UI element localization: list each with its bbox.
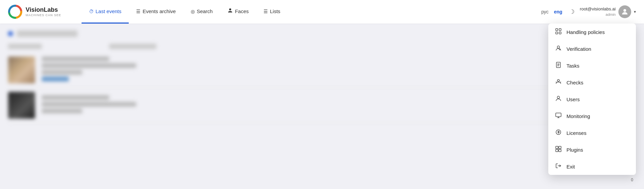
status-dot (8, 31, 13, 36)
dropdown-item-exit[interactable]: Exit (548, 158, 636, 175)
user-role-text: admin (580, 12, 616, 17)
table-row (8, 52, 636, 88)
licenses-icon (555, 129, 562, 137)
svg-rect-22 (559, 149, 561, 152)
dropdown-item-plugins[interactable]: Plugins (548, 141, 636, 158)
user-email-text: root@visionlabs.ai (580, 6, 616, 12)
logo-name: VisionLabs (26, 7, 61, 13)
svg-rect-3 (559, 29, 561, 31)
chevron-down-icon[interactable]: ▾ (634, 9, 636, 14)
logo-tagline: MACHINES CAN SEE (26, 13, 61, 17)
counter-badge: 0 (631, 178, 633, 182)
face-image (8, 92, 35, 119)
event-details (42, 95, 569, 115)
content-title (17, 30, 78, 37)
dropdown-item-verification[interactable]: Verification (548, 40, 636, 57)
dropdown-item-checks[interactable]: Checks (548, 74, 636, 91)
logo-icon (8, 5, 22, 19)
archive-icon: ☰ (136, 9, 141, 14)
detail-badge (42, 77, 69, 81)
detail-source (42, 102, 136, 107)
lists-icon: ☰ (264, 9, 268, 14)
search-icon: ◎ (191, 9, 195, 14)
licenses-label: Licenses (566, 130, 586, 136)
nav-label-last-events: Last events (96, 8, 122, 14)
user-info[interactable]: root@visionlabs.ai admin ▾ (580, 5, 636, 18)
user-dropdown-menu: Handling policies Verification Tasks (548, 24, 636, 175)
lang-rus[interactable]: рус (540, 8, 550, 15)
svg-rect-2 (556, 29, 558, 31)
dropdown-item-monitoring[interactable]: Monitoring (548, 108, 636, 124)
svg-rect-4 (556, 32, 558, 34)
svg-point-11 (557, 80, 559, 82)
col-header-2 (109, 44, 156, 49)
nav-label-faces: Faces (235, 8, 249, 14)
svg-point-1 (623, 9, 626, 12)
event-list (8, 52, 636, 123)
monitoring-label: Monitoring (566, 113, 590, 119)
nav-item-faces[interactable]: Faces (220, 0, 256, 24)
nav-label-search: Search (197, 8, 213, 14)
nav-label-events-archive: Events archive (143, 8, 176, 14)
avatar[interactable] (618, 5, 631, 18)
main-content (0, 24, 644, 130)
exit-icon (555, 163, 562, 170)
checks-label: Checks (566, 80, 583, 85)
handling-policies-icon (555, 28, 562, 36)
dropdown-item-tasks[interactable]: Tasks (548, 57, 636, 74)
plugins-label: Plugins (566, 147, 583, 153)
col-header-1 (8, 44, 42, 49)
detail-time (42, 109, 82, 113)
main-nav: ⏱ Last events ☰ Events archive ◎ Search … (82, 0, 540, 24)
svg-rect-21 (556, 149, 558, 152)
table-headers (8, 44, 636, 49)
logo-text: VisionLabs MACHINES CAN SEE (26, 7, 61, 17)
svg-rect-15 (556, 113, 561, 117)
logo[interactable]: VisionLabs MACHINES CAN SEE (8, 5, 61, 19)
verification-icon (555, 45, 562, 52)
nav-item-last-events[interactable]: ⏱ Last events (82, 0, 129, 24)
svg-point-6 (557, 46, 560, 48)
monitoring-icon (555, 112, 562, 120)
nav-item-lists[interactable]: ☰ Lists (256, 0, 288, 24)
user-email-block: root@visionlabs.ai admin (580, 6, 616, 17)
dropdown-item-handling-policies[interactable]: Handling policies (548, 24, 636, 40)
verification-label: Verification (566, 46, 591, 52)
header-right: рус eng ☽ root@visionlabs.ai admin ▾ (540, 5, 636, 18)
faces-icon (227, 8, 233, 14)
face-image (8, 56, 35, 83)
svg-rect-19 (556, 146, 558, 149)
checks-icon (555, 79, 562, 86)
users-icon (555, 96, 562, 103)
plugins-icon (555, 146, 562, 153)
theme-toggle-button[interactable]: ☽ (569, 8, 575, 15)
detail-time (42, 70, 82, 75)
table-row (8, 88, 636, 123)
lang-eng[interactable]: eng (553, 8, 564, 15)
detail-source (42, 63, 136, 68)
users-label: Users (566, 97, 580, 102)
tasks-label: Tasks (566, 63, 579, 69)
svg-point-14 (557, 96, 560, 99)
header: VisionLabs MACHINES CAN SEE ⏱ Last event… (0, 0, 644, 24)
nav-label-lists: Lists (270, 8, 280, 14)
nav-item-events-archive[interactable]: ☰ Events archive (129, 0, 183, 24)
dropdown-item-licenses[interactable]: Licenses (548, 124, 636, 141)
event-details (42, 56, 569, 83)
content-header (8, 30, 636, 37)
dropdown-item-users[interactable]: Users (548, 91, 636, 108)
nav-item-search[interactable]: ◎ Search (183, 0, 220, 24)
avatar-icon (621, 8, 629, 16)
clock-icon: ⏱ (89, 9, 94, 14)
handling-policies-label: Handling policies (566, 29, 605, 35)
detail-name (42, 95, 109, 100)
detail-name (42, 56, 109, 61)
svg-rect-20 (559, 146, 561, 149)
tasks-icon (555, 62, 562, 69)
exit-label: Exit (566, 164, 575, 169)
language-switcher[interactable]: рус eng (540, 8, 563, 15)
svg-rect-5 (559, 32, 561, 34)
